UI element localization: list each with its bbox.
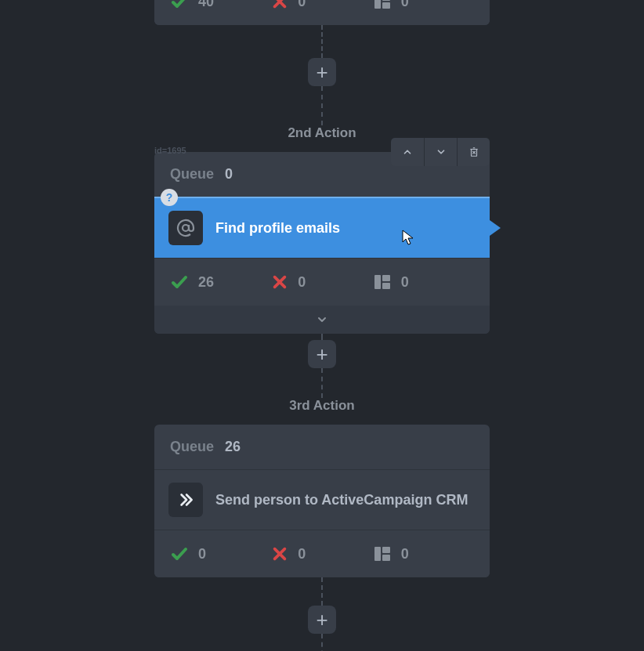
svg-point-10	[183, 225, 189, 231]
queue-value: 26	[225, 439, 241, 455]
stat-other: 0	[401, 0, 409, 10]
action-label: 3rd Action	[154, 398, 490, 414]
connector	[321, 634, 323, 651]
check-icon	[170, 273, 189, 291]
svg-rect-13	[374, 275, 381, 289]
cross-icon	[271, 545, 288, 562]
connector	[321, 577, 323, 606]
stat-success: 26	[198, 274, 214, 291]
cross-icon	[271, 273, 288, 291]
action-title: Send person to ActiveCampaign CRM	[215, 492, 468, 508]
queue-label: Queue	[170, 166, 214, 183]
stats-row: 40 0 0	[154, 0, 490, 25]
cursor-icon	[402, 230, 414, 245]
svg-rect-20	[382, 555, 390, 561]
stat-fail: 0	[298, 546, 306, 562]
action-title: Find profile emails	[215, 220, 340, 237]
svg-rect-4	[382, 2, 390, 9]
cross-icon	[271, 0, 288, 10]
stat-fail: 0	[298, 0, 306, 10]
svg-rect-19	[382, 547, 390, 553]
stats-row: 26 0 0	[154, 259, 490, 306]
action-row[interactable]: Send person to ActiveCampaign CRM	[154, 469, 490, 530]
stat-other: 0	[401, 274, 409, 291]
queue-label: Queue	[170, 439, 214, 455]
move-down-button[interactable]	[424, 138, 457, 166]
connector	[321, 334, 323, 340]
check-icon	[170, 544, 189, 563]
add-step-button[interactable]: +	[308, 58, 336, 86]
svg-rect-18	[374, 547, 381, 561]
check-icon	[170, 0, 189, 11]
action-row[interactable]: ? Find profile emails	[154, 197, 490, 258]
stat-success: 40	[198, 0, 214, 10]
svg-rect-2	[374, 0, 381, 9]
svg-rect-3	[382, 0, 390, 1]
stat-fail: 0	[298, 274, 306, 291]
queue-row: Queue 26	[154, 425, 490, 469]
connector	[321, 86, 323, 125]
add-step-button[interactable]: +	[308, 340, 336, 368]
delete-button[interactable]	[457, 138, 490, 166]
flag-icon	[373, 274, 392, 290]
help-icon[interactable]: ?	[161, 189, 178, 206]
id-tag: id=1695	[154, 146, 186, 155]
move-up-button[interactable]	[391, 138, 424, 166]
chevrons-right-icon	[168, 483, 203, 517]
stat-other: 0	[401, 546, 409, 562]
connector	[321, 25, 323, 58]
flag-icon	[373, 0, 392, 9]
svg-rect-14	[382, 275, 390, 281]
at-icon	[168, 211, 203, 245]
card-controls	[391, 138, 490, 166]
flag-icon	[373, 546, 392, 562]
stat-success: 0	[198, 546, 206, 562]
connector	[321, 368, 323, 398]
stats-row: 0 0 0	[154, 530, 490, 577]
add-step-button[interactable]: +	[308, 606, 336, 634]
queue-value: 0	[225, 166, 233, 183]
svg-rect-15	[382, 283, 390, 289]
expand-button[interactable]	[154, 306, 490, 334]
